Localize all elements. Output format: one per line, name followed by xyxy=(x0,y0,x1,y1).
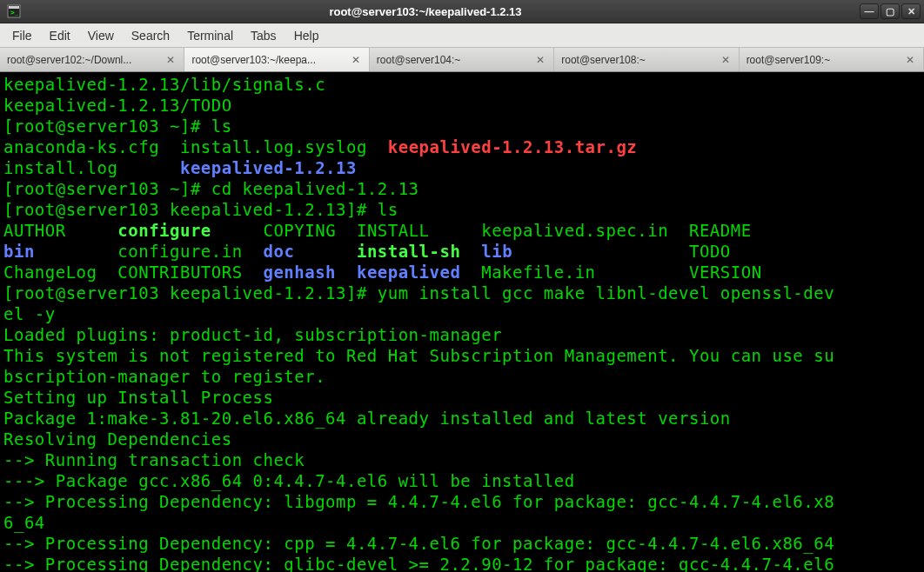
menu-tabs[interactable]: Tabs xyxy=(244,25,284,46)
close-icon[interactable]: ✕ xyxy=(904,54,916,66)
tab-bar: root@server102:~/Downl... ✕ root@server1… xyxy=(0,48,924,72)
menu-file[interactable]: File xyxy=(5,25,39,46)
term-line: bscription-manager to register. xyxy=(3,367,325,386)
term-line: --> Processing Dependency: cpp = 4.4.7-4… xyxy=(3,534,834,553)
ls-dir: genhash xyxy=(263,263,336,282)
window-titlebar: >_ root@server103:~/keepalived-1.2.13 — … xyxy=(0,0,924,23)
menu-search[interactable]: Search xyxy=(124,25,177,46)
menubar: File Edit View Search Terminal Tabs Help xyxy=(0,23,924,48)
command: ls xyxy=(378,200,398,219)
term-line: Loaded plugins: product-id, subscription… xyxy=(3,325,502,344)
term-line: keepalived-1.2.13/TODO xyxy=(3,96,232,115)
tab-server103[interactable]: root@server103:~/keepa... ✕ xyxy=(184,48,369,71)
term-line: keepalived-1.2.13/lib/signals.c xyxy=(3,75,325,94)
term-line: --> Processing Dependency: glibc-devel >… xyxy=(3,555,834,572)
menu-view[interactable]: View xyxy=(81,25,121,46)
command: ls xyxy=(211,116,232,136)
window-title: root@server103:~/keepalived-1.2.13 xyxy=(0,5,860,18)
ls-output: anaconda-ks.cfg install.log.syslog xyxy=(3,137,388,156)
ls-output: Makefile.in VERSION xyxy=(460,263,761,282)
close-icon[interactable]: ✕ xyxy=(720,54,732,66)
ls-output: install.log xyxy=(3,158,180,177)
menu-help[interactable]: Help xyxy=(287,25,326,46)
ls-exec: install-sh xyxy=(357,242,460,261)
prompt: [root@server103 keepalived-1.2.13]# xyxy=(3,283,378,303)
tab-server102[interactable]: root@server102:~/Downl... ✕ xyxy=(0,48,184,71)
menu-terminal[interactable]: Terminal xyxy=(180,25,240,46)
tab-label: root@server108:~ xyxy=(561,54,713,66)
prompt: [root@server103 ~]# xyxy=(3,179,211,198)
ls-archive: keepalived-1.2.13.tar.gz xyxy=(388,137,638,156)
term-line: --> Running transaction check xyxy=(3,450,305,469)
ls-output: ChangeLog CONTRIBUTORS xyxy=(3,263,263,282)
tab-server108[interactable]: root@server108:~ ✕ xyxy=(554,48,739,71)
tab-label: root@server103:~/keepa... xyxy=(191,54,344,66)
prompt: [root@server103 ~]# xyxy=(3,116,211,136)
term-line: 6_64 xyxy=(3,513,45,532)
term-line: Setting up Install Process xyxy=(3,388,273,407)
ls-exec: configure xyxy=(117,221,211,240)
tab-label: root@server104:~ xyxy=(377,54,529,66)
maximize-button[interactable]: ▢ xyxy=(880,3,900,19)
ls-output xyxy=(294,242,357,261)
close-icon[interactable]: ✕ xyxy=(350,54,362,66)
tab-label: root@server109:~ xyxy=(747,54,899,66)
command: el -y xyxy=(3,304,56,323)
tab-server104[interactable]: root@server104:~ ✕ xyxy=(370,48,554,71)
ls-dir: keepalived xyxy=(357,263,460,282)
ls-dir: doc xyxy=(264,242,295,261)
ls-output: TODO xyxy=(512,242,731,261)
term-line: This system is not registered to Red Hat… xyxy=(3,346,834,365)
minimize-button[interactable]: — xyxy=(860,3,879,19)
ls-output: COPYING INSTALL keepalived.spec.in READM… xyxy=(211,221,752,240)
tab-server109[interactable]: root@server109:~ ✕ xyxy=(740,48,924,71)
ls-dir: lib xyxy=(481,242,512,261)
close-icon[interactable]: ✕ xyxy=(164,54,177,66)
ls-output: AUTHOR xyxy=(3,221,117,240)
window-controls: — ▢ ✕ xyxy=(860,3,924,19)
term-line: Resolving Dependencies xyxy=(3,429,232,449)
menu-edit[interactable]: Edit xyxy=(43,25,77,46)
close-icon[interactable]: ✕ xyxy=(534,54,546,66)
ls-output: configure.in xyxy=(35,242,264,261)
ls-dir: keepalived-1.2.13 xyxy=(180,158,357,177)
ls-output xyxy=(460,242,481,261)
close-button[interactable]: ✕ xyxy=(901,3,921,19)
ls-dir: bin xyxy=(3,242,35,261)
prompt: [root@server103 keepalived-1.2.13]# xyxy=(3,200,378,219)
term-line: --> Processing Dependency: libgomp = 4.4… xyxy=(3,492,834,511)
ls-output xyxy=(336,263,357,282)
command: yum install gcc make libnl-devel openssl… xyxy=(378,283,834,303)
tab-label: root@server102:~/Downl... xyxy=(7,54,159,66)
command: cd keepalived-1.2.13 xyxy=(211,179,419,198)
term-line: Package 1:make-3.81-20.el6.x86_64 alread… xyxy=(3,409,731,428)
terminal-output[interactable]: keepalived-1.2.13/lib/signals.c keepaliv… xyxy=(0,72,924,572)
term-line: ---> Package gcc.x86_64 0:4.4.7-4.el6 wi… xyxy=(3,471,575,490)
